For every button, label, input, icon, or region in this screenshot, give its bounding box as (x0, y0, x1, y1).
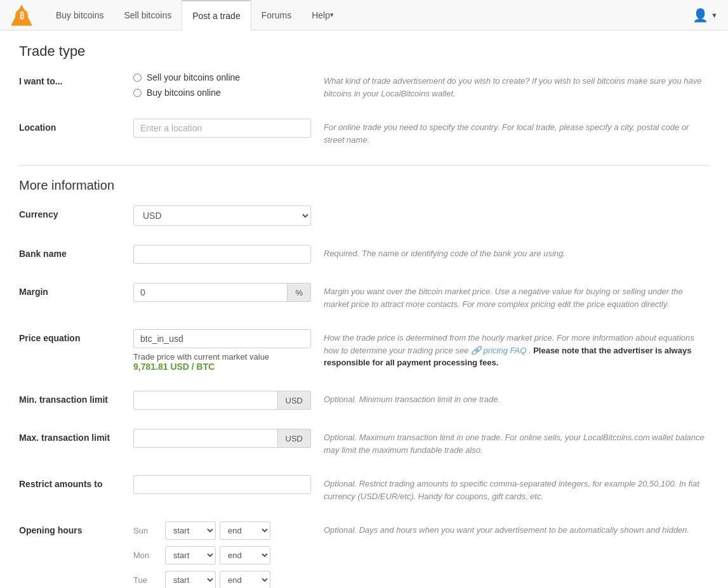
opening-hours-tue: Tue start end (133, 571, 311, 588)
sun-end-select[interactable]: end (220, 521, 270, 540)
price-equation-hint: How the trade price is determined from t… (324, 329, 709, 369)
bank-name-input-area (133, 245, 311, 264)
brand: ₿ (10, 4, 33, 27)
location-input[interactable] (133, 119, 311, 138)
currency-hint (324, 206, 709, 208)
restrict-amounts-row: Restrict amounts to Optional. Restrict t… (19, 475, 709, 509)
trade-price-value: 9,781.81 USD / BTC (133, 362, 215, 372)
user-dropdown-arrow: ▼ (711, 11, 718, 19)
restrict-amounts-hint: Optional. Restrict trading amounts to sp… (324, 475, 709, 502)
min-transaction-hint: Optional. Minimum transaction limit in o… (324, 391, 709, 406)
margin-suffix: % (288, 283, 311, 302)
tue-start-select[interactable]: start (165, 571, 216, 588)
nav-forums[interactable]: Forums (251, 0, 301, 30)
buy-online-label: Buy bitcoins online (147, 88, 221, 98)
opening-hours-area: Sun start end Mon start (133, 521, 311, 588)
buy-online-option[interactable]: Buy bitcoins online (133, 88, 311, 98)
nav-links: Buy bitcoins Sell bitcoins Post a trade … (46, 0, 692, 30)
brand-logo: ₿ (10, 4, 33, 27)
nav-post-a-trade[interactable]: Post a trade (182, 0, 251, 30)
opening-hours-hint: Optional. Days and hours when you want y… (324, 521, 709, 537)
mon-end-select[interactable]: end (220, 546, 270, 565)
max-transaction-group: USD (133, 429, 311, 448)
min-transaction-area: USD (133, 391, 311, 410)
max-transaction-label: Max. transaction limit (19, 429, 133, 443)
day-tue-label: Tue (133, 575, 159, 585)
day-sun-label: Sun (133, 526, 159, 535)
external-link-icon: 🔗 (471, 346, 481, 355)
restrict-amounts-area (133, 475, 311, 494)
currency-label: Currency (19, 206, 133, 219)
max-transaction-hint: Optional. Maximum transaction limit in o… (324, 429, 709, 456)
mon-start-select[interactable]: start (165, 546, 216, 565)
min-transaction-input[interactable] (133, 391, 278, 410)
margin-row: Margin 0 % Margin you want over the bitc… (19, 283, 709, 317)
tue-end-select[interactable]: end (220, 571, 270, 588)
trade-price-label: Trade price with current market value (133, 352, 269, 362)
margin-input-group: 0 % (133, 283, 311, 302)
min-transaction-label: Min. transaction limit (19, 391, 133, 405)
margin-input-area: 0 % (133, 283, 311, 302)
max-transaction-input[interactable] (133, 429, 278, 448)
restrict-amounts-label: Restrict amounts to (19, 475, 133, 489)
i-want-to-label: I want to... (19, 72, 133, 86)
trade-type-options: Sell your bitcoins online Buy bitcoins o… (133, 72, 311, 98)
sell-online-option[interactable]: Sell your bitcoins online (133, 72, 311, 82)
price-equation-area: btc_in_usd Trade price with current mark… (133, 329, 311, 372)
navbar: ₿ Buy bitcoins Sell bitcoins Post a trad… (0, 0, 728, 30)
trade-type-radio-group: Sell your bitcoins online Buy bitcoins o… (133, 72, 311, 98)
location-label: Location (19, 119, 133, 133)
sell-online-label: Sell your bitcoins online (147, 72, 240, 82)
bank-name-input[interactable] (133, 245, 311, 264)
nav-sell-bitcoins[interactable]: Sell bitcoins (114, 0, 182, 30)
more-information-title: More information (19, 178, 709, 193)
min-transaction-suffix: USD (278, 391, 311, 410)
nav-right: 👤 ▼ (692, 8, 718, 23)
bank-name-row: Bank name Required. The name or identify… (19, 245, 709, 270)
user-icon: 👤 (692, 8, 708, 23)
opening-hours-label: Opening hours (19, 521, 133, 535)
sun-start-select[interactable]: start (165, 521, 216, 540)
buy-online-radio[interactable] (133, 89, 142, 97)
margin-hint: Margin you want over the bitcoin market … (324, 283, 709, 310)
sell-online-radio[interactable] (133, 74, 142, 82)
nav-buy-bitcoins[interactable]: Buy bitcoins (46, 0, 114, 30)
i-want-to-row: I want to... Sell your bitcoins online B… (19, 72, 709, 106)
currency-row: Currency USD EUR GBP BTC (19, 206, 709, 232)
opening-hours-mon: Mon start end (133, 546, 311, 565)
min-transaction-group: USD (133, 391, 311, 410)
location-row: Location For online trade you need to sp… (19, 119, 709, 152)
trade-type-title: Trade type (19, 43, 709, 60)
max-transaction-area: USD (133, 429, 311, 448)
currency-select[interactable]: USD EUR GBP BTC (133, 206, 311, 226)
max-transaction-suffix: USD (278, 429, 311, 448)
sun-hours-selects: start end (165, 521, 270, 540)
bank-name-hint: Required. The name or identifying code o… (324, 245, 709, 260)
trade-type-hint: What kind of trade advertisement do you … (324, 72, 709, 100)
opening-hours-sun: Sun start end (133, 521, 311, 540)
main-content: Trade type I want to... Sell your bitcoi… (0, 30, 728, 588)
mon-hours-selects: start end (165, 546, 270, 565)
price-equation-info: Trade price with current market value 9,… (133, 352, 311, 372)
location-hint: For online trade you need to specify the… (324, 119, 709, 146)
section-divider (19, 165, 709, 166)
price-equation-input[interactable]: btc_in_usd (133, 329, 311, 348)
max-transaction-row: Max. transaction limit USD Optional. Max… (19, 429, 709, 462)
opening-hours-row: Opening hours Sun start end Mon (19, 521, 709, 588)
pricing-faq-text: pricing FAQ (484, 346, 527, 355)
svg-text:₿: ₿ (20, 10, 24, 20)
user-menu-button[interactable]: 👤 ▼ (692, 8, 718, 23)
price-equation-label: Price equation (19, 329, 133, 343)
nav-help[interactable]: Help (301, 0, 344, 30)
margin-label: Margin (19, 283, 133, 297)
tue-hours-selects: start end (165, 571, 270, 588)
pricing-faq-link[interactable]: 🔗 pricing FAQ (471, 346, 529, 355)
bank-name-label: Bank name (19, 245, 133, 259)
margin-input[interactable]: 0 (133, 283, 288, 302)
price-equation-row: Price equation btc_in_usd Trade price wi… (19, 329, 709, 378)
currency-select-area: USD EUR GBP BTC (133, 206, 311, 226)
day-mon-label: Mon (133, 551, 159, 560)
restrict-amounts-input[interactable] (133, 475, 311, 494)
location-input-area (133, 119, 311, 138)
min-transaction-row: Min. transaction limit USD Optional. Min… (19, 391, 709, 416)
